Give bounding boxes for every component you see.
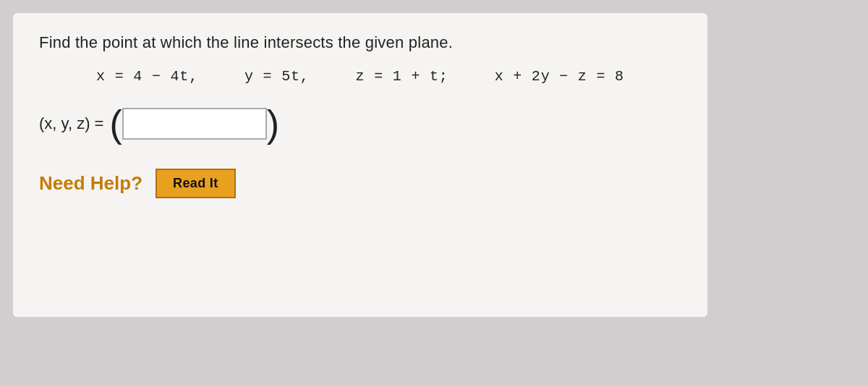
z-equation: z = 1 + t;: [356, 68, 448, 85]
equations-row: x = 4 − 4t, y = 5t, z = 1 + t; x + 2y − …: [39, 68, 681, 85]
y-equation: y = 5t,: [244, 68, 310, 85]
problem-statement: Find the point at which the line interse…: [39, 33, 681, 52]
read-it-button[interactable]: Read It: [156, 169, 236, 198]
right-paren: ): [267, 105, 279, 143]
answer-row: (x, y, z) = ( ): [39, 105, 681, 143]
help-row: Need Help? Read It: [39, 169, 681, 198]
x-equation: x = 4 − 4t,: [96, 68, 198, 85]
answer-label: (x, y, z) =: [39, 114, 103, 133]
left-paren: (: [109, 105, 122, 143]
main-card: Find the point at which the line interse…: [13, 13, 707, 317]
need-help-label: Need Help?: [39, 172, 142, 195]
answer-input[interactable]: [122, 108, 267, 140]
plane-equation: x + 2y − z = 8: [495, 68, 624, 85]
